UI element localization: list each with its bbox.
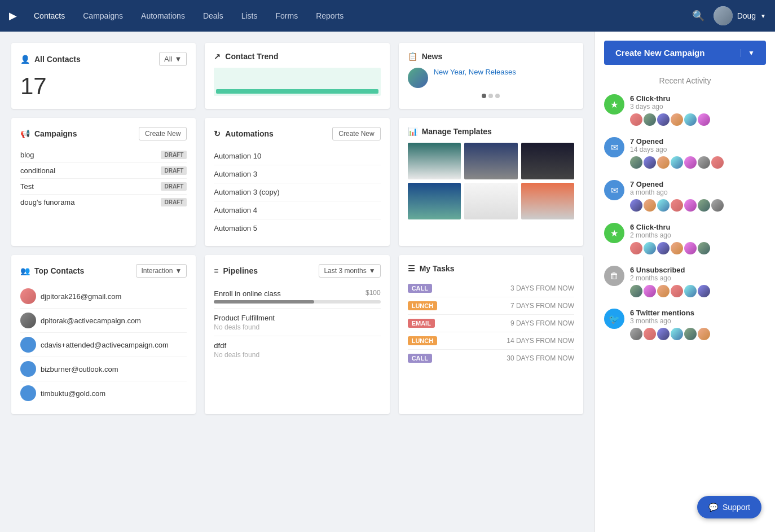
activity-title: 6 Click-thru <box>630 223 766 231</box>
template-thumb[interactable] <box>408 143 461 179</box>
contact-trend-widget: ↗ Contact Trend <box>205 43 389 109</box>
nav-deals[interactable]: Deals <box>195 7 231 25</box>
list-item: EMAIL 9 DAYS FROM NOW <box>408 315 574 332</box>
activity-avatars <box>630 156 766 169</box>
avatar <box>684 113 697 126</box>
avatar <box>657 242 670 254</box>
top-contacts-title: 👥 Top Contacts <box>20 266 84 275</box>
campaigns-title: 📢 Campaigns <box>20 129 77 138</box>
automations-header: ↻ Automations Create New <box>214 127 380 140</box>
template-thumb[interactable] <box>408 183 461 219</box>
avatar <box>630 156 642 169</box>
news-dot-1[interactable] <box>482 94 486 98</box>
contact-email[interactable]: bizburner@outlook.com <box>41 365 118 373</box>
contact-email[interactable]: timbuktu@gold.com <box>41 389 105 398</box>
nav-forms[interactable]: Forms <box>268 7 306 25</box>
template-thumb[interactable] <box>464 143 517 179</box>
activity-time: 14 days ago <box>630 146 766 153</box>
automations-widget: ↻ Automations Create New Automation 10 A… <box>205 118 389 246</box>
list-item[interactable]: Automation 5 <box>214 219 380 237</box>
interaction-filter-dropdown[interactable]: Interaction ▼ <box>136 264 187 278</box>
contacts-icon: 👤 <box>20 55 30 64</box>
chat-icon: 💬 <box>708 503 718 512</box>
news-link[interactable]: New Year, New Releases <box>434 68 516 76</box>
contact-email[interactable]: djpitorak216@gmail.com <box>41 292 121 301</box>
avatar <box>684 156 697 169</box>
activity-item: 🐦 6 Twitter mentions 3 months ago <box>604 309 766 340</box>
contacts-filter-dropdown[interactable]: All ▼ <box>159 52 187 66</box>
list-item[interactable]: Automation 3 <box>214 165 380 183</box>
nav-contacts[interactable]: Contacts <box>26 7 73 25</box>
nav-toggle-icon[interactable]: ▶ <box>9 10 17 22</box>
activity-title: 6 Click-thru <box>630 94 766 103</box>
avatar <box>644 328 656 340</box>
news-dot-3[interactable] <box>495 94 500 98</box>
avatar <box>657 199 670 212</box>
task-badge: CALL <box>408 354 432 363</box>
search-icon[interactable]: 🔍 <box>692 10 704 22</box>
chevron-down-icon: ▼ <box>174 55 182 63</box>
contact-email[interactable]: dpitorak@activecampaign.com <box>41 316 141 325</box>
automations-create-new-button[interactable]: Create New <box>332 127 380 140</box>
main-layout: 👤 All Contacts All ▼ 17 ↗ Contact Trend <box>0 32 775 532</box>
avatar <box>671 156 683 169</box>
campaigns-header: 📢 Campaigns Create New <box>20 127 187 140</box>
pipelines-widget: ≡ Pipelines Last 3 months ▼ Enroll in on… <box>205 255 389 414</box>
list-item: Product Fulfillment No deals found <box>214 309 380 336</box>
nav-automations[interactable]: Automations <box>133 7 193 25</box>
template-thumb[interactable] <box>521 143 574 179</box>
list-item: blog DRAFT <box>20 147 187 163</box>
nav-lists[interactable]: Lists <box>234 7 266 25</box>
my-tasks-title: ☰ My Tasks <box>408 264 455 273</box>
top-contacts-widget: 👥 Top Contacts Interaction ▼ djpitorak21… <box>11 255 196 414</box>
campaign-name: Test <box>20 182 34 191</box>
templates-grid <box>408 143 574 219</box>
list-item: cdavis+attended@activecampaign.com <box>20 333 187 357</box>
activity-time: a month ago <box>630 188 766 196</box>
list-item[interactable]: Automation 3 (copy) <box>214 183 380 201</box>
pipelines-filter-dropdown[interactable]: Last 3 months ▼ <box>319 264 380 278</box>
campaigns-create-new-button[interactable]: Create New <box>139 127 187 140</box>
avatar <box>630 113 642 126</box>
activity-time: 3 months ago <box>630 317 766 325</box>
template-thumb[interactable] <box>521 183 574 219</box>
contact-email[interactable]: cdavis+attended@activecampaign.com <box>41 341 169 349</box>
avatar <box>698 328 710 340</box>
nav-reports[interactable]: Reports <box>308 7 351 25</box>
task-badge: LUNCH <box>408 301 438 310</box>
avatar <box>630 199 642 212</box>
unsubscribed-icon: 🗑 <box>604 266 624 286</box>
manage-templates-title: 📊 Manage Templates <box>408 127 492 136</box>
contacts-count: 17 <box>20 73 187 100</box>
campaign-name: blog <box>20 151 34 159</box>
avatar <box>644 285 656 297</box>
avatar <box>698 199 710 212</box>
activity-body: 6 Click-thru 2 months ago <box>630 223 766 254</box>
clickthru-icon: ★ <box>604 94 624 115</box>
chevron-down-icon: ▼ <box>175 267 182 275</box>
activity-avatars <box>630 199 766 212</box>
avatar <box>644 199 656 212</box>
avatar <box>657 156 670 169</box>
template-thumb[interactable] <box>464 183 517 219</box>
campaigns-widget: 📢 Campaigns Create New blog DRAFT condit… <box>11 118 196 246</box>
activity-title: 7 Opened <box>630 180 766 188</box>
contact-avatar <box>20 361 36 377</box>
user-menu[interactable]: Doug ▼ <box>714 6 766 25</box>
my-tasks-widget: ☰ My Tasks CALL 3 DAYS FROM NOW LUNCH 7 … <box>399 255 583 414</box>
dropdown-arrow-icon: ▼ <box>741 49 755 57</box>
pipeline-no-deals: No deals found <box>214 323 380 331</box>
news-dot-2[interactable] <box>488 94 493 98</box>
news-header: 📋 News <box>408 52 574 61</box>
create-new-campaign-button[interactable]: Create New Campaign ▼ <box>604 41 766 65</box>
activity-avatars <box>630 285 766 297</box>
list-item[interactable]: Automation 10 <box>214 147 380 165</box>
list-item[interactable]: Automation 4 <box>214 201 380 219</box>
all-contacts-widget: 👤 All Contacts All ▼ 17 <box>11 43 196 109</box>
nav-campaigns[interactable]: Campaigns <box>75 7 131 25</box>
news-content: New Year, New Releases <box>408 68 574 88</box>
news-widget: 📋 News New Year, New Releases <box>399 43 583 109</box>
support-button[interactable]: 💬 Support <box>697 496 761 518</box>
pipeline-name: Product Fulfillment <box>214 314 275 322</box>
automations-icon: ↻ <box>214 129 221 138</box>
